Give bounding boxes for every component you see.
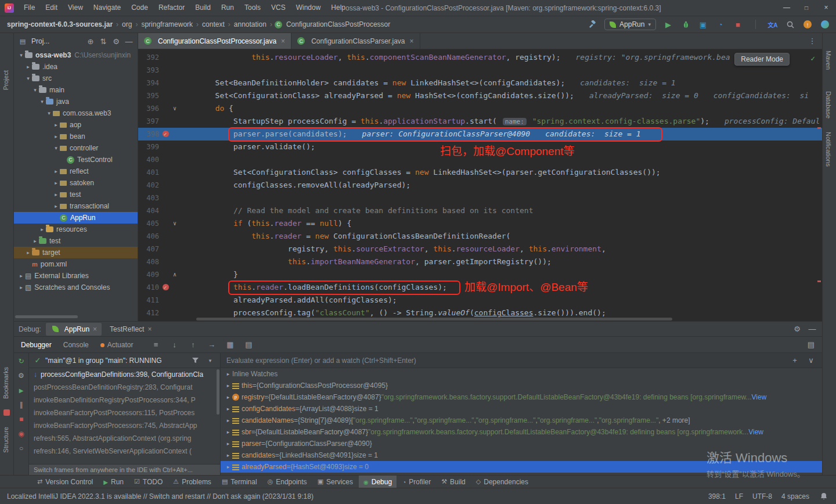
close-icon[interactable]: ×: [93, 325, 97, 333]
fold-down-icon[interactable]: ∨: [171, 102, 179, 115]
stack-frame[interactable]: ↓processConfigBeanDefinitions:398, Confi…: [29, 368, 220, 381]
line-number[interactable]: 411: [138, 294, 161, 307]
dropdown-icon[interactable]: ▾: [205, 355, 215, 366]
chevron-down-icon[interactable]: ▾: [17, 52, 25, 58]
tree-item-scratches-and-consoles[interactable]: ▸▧Scratches and Consoles: [14, 282, 138, 293]
toolwindow-button-version-control[interactable]: ⇄Version Control: [33, 476, 98, 488]
code-line[interactable]: 409∧ }: [138, 268, 822, 281]
line-number[interactable]: 410: [138, 281, 161, 294]
file-encoding[interactable]: UTF-8: [752, 492, 772, 501]
status-message[interactable]: Localized IntelliJ IDEA 2022.3.1 is avai…: [7, 492, 314, 501]
tree-item-bean[interactable]: ▸bean: [14, 131, 138, 142]
locate-icon[interactable]: ⊕: [85, 36, 96, 46]
chevron-right-icon[interactable]: ▸: [224, 449, 232, 461]
caret-position[interactable]: 398:1: [708, 492, 726, 501]
tree-item-aop[interactable]: ▸aop: [14, 119, 138, 131]
line-number[interactable]: 392: [138, 51, 161, 64]
line-number[interactable]: 401: [138, 166, 161, 179]
profiler-icon[interactable]: ◔: [715, 19, 726, 30]
line-number[interactable]: 409: [138, 268, 161, 281]
tree-item-test[interactable]: ▸test: [14, 189, 138, 200]
project-horizontal-scrollbar[interactable]: [15, 315, 78, 318]
pause-icon[interactable]: ∥: [17, 400, 26, 409]
toolwindow-button-todo[interactable]: ☑TODO: [129, 476, 167, 488]
inspections-ok-icon[interactable]: ✓: [810, 54, 815, 63]
line-number[interactable]: 403: [138, 192, 161, 204]
tool-stripe-notifications[interactable]: Notifications: [825, 132, 832, 167]
breadcrumb-item[interactable]: springframework: [140, 20, 194, 28]
tree-item-resources[interactable]: ▸resources: [14, 224, 138, 235]
code-line[interactable]: 401 Set<ConfigurationClass> configClasse…: [138, 166, 822, 179]
update-icon[interactable]: ↑: [802, 19, 813, 30]
close-icon[interactable]: ×: [410, 37, 414, 45]
tree-item-java[interactable]: ▾java: [14, 96, 138, 107]
code-line[interactable]: 411 alreadyParsed.addAll(configClasses);: [138, 294, 822, 307]
frames-scrollbar[interactable]: [217, 369, 219, 415]
chevron-right-icon[interactable]: ▸: [52, 122, 60, 128]
tool-stripe-bookmarks[interactable]: Bookmarks: [2, 367, 9, 399]
chevron-right-icon[interactable]: ▸: [52, 203, 60, 209]
settings-wrench-icon[interactable]: ⚙: [17, 371, 26, 380]
maximize-window-button[interactable]: □: [797, 0, 816, 16]
chevron-right-icon[interactable]: ▸: [17, 285, 25, 290]
menu-window[interactable]: Window: [291, 0, 326, 16]
menu-tools[interactable]: Tools: [239, 0, 266, 16]
stack-frame[interactable]: invokeBeanDefinitionRegistryPostProcesso…: [29, 394, 220, 406]
step-up-icon[interactable]: ↑: [188, 340, 198, 350]
chevron-right-icon[interactable]: ▸: [224, 415, 232, 426]
rerun-icon[interactable]: ↻: [17, 357, 26, 366]
line-number[interactable]: 405: [138, 217, 161, 230]
line-number[interactable]: 393: [138, 64, 161, 77]
menu-refactor[interactable]: Refactor: [153, 0, 190, 16]
menu-view[interactable]: View: [63, 0, 88, 16]
debug-session-tab[interactable]: TestReflect×: [105, 323, 156, 336]
breakpoint-icon[interactable]: ✓: [161, 128, 171, 141]
chevron-right-icon[interactable]: ▸: [17, 273, 25, 279]
variable-row-registry[interactable]: ▸pregistry = {DefaultListableBeanFactory…: [221, 391, 822, 403]
variable-row-parser[interactable]: ▸parser = {ConfigurationClassParser@4090…: [221, 438, 822, 449]
add-icon[interactable]: +: [790, 355, 800, 366]
code-line[interactable]: 404 // Read the model and create bean de…: [138, 204, 822, 217]
more-icon[interactable]: ⋮: [807, 36, 817, 46]
code-line[interactable]: 398✓ parser.parse(candidates);parser: Co…: [138, 128, 822, 141]
editor-tab[interactable]: CConfigurationClassParser.java×: [291, 33, 420, 49]
code-line[interactable]: 405∨ if (this.reader == null) {: [138, 217, 822, 230]
toolwindow-button-run[interactable]: ▶Run: [99, 476, 128, 488]
line-separator[interactable]: LF: [735, 492, 743, 501]
breadcrumb-item[interactable]: ConfigurationClassPostProcessor: [285, 20, 391, 28]
layout-icon[interactable]: ▤: [243, 340, 254, 350]
debug-bug-icon[interactable]: [680, 19, 691, 30]
hide-icon[interactable]: —: [124, 36, 134, 46]
stack-frame[interactable]: invokeBeanFactoryPostProcessors:115, Pos…: [29, 406, 220, 419]
fold-up-icon[interactable]: ∧: [171, 268, 179, 281]
chevron-right-icon[interactable]: ▸: [224, 426, 232, 438]
breadcrumb-item[interactable]: annotation: [233, 20, 268, 28]
line-number[interactable]: 407: [138, 243, 161, 255]
code-editor[interactable]: 392 this.resourceLoader, this.componentS…: [138, 49, 822, 321]
settings-icon[interactable]: ⚙: [111, 36, 121, 46]
editor-vertical-scrollbar[interactable]: [816, 49, 821, 321]
menu-code[interactable]: Code: [126, 0, 153, 16]
chevron-down-icon[interactable]: ▾: [52, 145, 60, 151]
breadcrumb-item[interactable]: spring-context-6.0.3-sources.jar: [6, 20, 114, 28]
editor-tab[interactable]: CConfigurationClassPostProcessor.java×: [138, 33, 291, 49]
chevron-right-icon[interactable]: ▸: [224, 461, 232, 473]
coverage-icon[interactable]: ▣: [698, 19, 708, 30]
settings-icon[interactable]: ⚙: [792, 324, 802, 334]
code-line[interactable]: 392 this.resourceLoader, this.componentS…: [138, 51, 822, 64]
line-number[interactable]: 402: [138, 179, 161, 192]
mute-breakpoints-icon[interactable]: ○: [17, 444, 26, 453]
chevron-right-icon[interactable]: ▸: [24, 250, 32, 255]
tree-item-satoken[interactable]: ▸satoken: [14, 177, 138, 189]
tree-item-ossa-web3[interactable]: ▾ossa-web3C:\Users\sunjinxin: [14, 49, 138, 61]
tab-debugger[interactable]: Debugger: [20, 341, 53, 349]
code-line[interactable]: 396∨ do {: [138, 102, 822, 115]
tree-item-com-ossa-web3[interactable]: ▾com.ossa.web3: [14, 107, 138, 119]
chevron-down-icon[interactable]: ▾: [45, 110, 53, 116]
chevron-right-icon[interactable]: ▸: [224, 403, 232, 415]
code-line[interactable]: 397 StartupStep processConfig = this.app…: [138, 115, 822, 128]
stack-frame[interactable]: refresh:565, AbstractApplicationContext …: [29, 432, 220, 445]
code-line[interactable]: 393: [138, 64, 822, 77]
run-configuration-select[interactable]: AppRun ▾: [604, 19, 656, 30]
tree-item-testcontrol[interactable]: CTestControl: [14, 154, 138, 165]
